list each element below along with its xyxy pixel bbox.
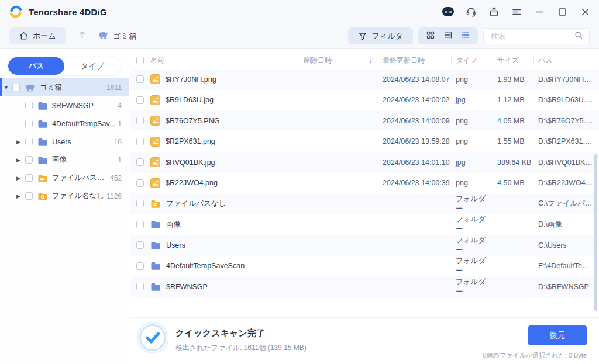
file-type: フォルダー	[451, 194, 493, 214]
column-header-type[interactable]: タイプ	[456, 56, 477, 64]
column-header-modified[interactable]: 最終更新日時	[383, 56, 425, 64]
scan-status-detail: 検出されたファイル: 1611個 (139.15 MB)	[175, 343, 307, 353]
maximize-button[interactable]	[556, 6, 568, 18]
row-checkbox[interactable]	[136, 241, 144, 249]
column-header-size[interactable]: サイズ	[497, 56, 519, 64]
expand-arrow-icon[interactable]: ▼	[4, 85, 12, 91]
table-row[interactable]: $RY7J0NH.png2024/06/23 14:08:07png1.93 M…	[130, 69, 599, 90]
expand-arrow-icon[interactable]: ▶	[16, 175, 25, 181]
tree-checkbox[interactable]	[25, 102, 33, 109]
filter-button[interactable]: フィルタ	[348, 27, 413, 44]
column-header-deleted[interactable]: 削除日時	[304, 56, 332, 65]
row-checkbox[interactable]	[136, 117, 144, 124]
close-button[interactable]	[579, 6, 591, 18]
row-checkbox[interactable]	[136, 262, 144, 270]
tree-item-Users[interactable]: ▶Users16	[0, 133, 129, 151]
tree-item-ゴミ箱[interactable]: ▼ゴミ箱1611	[0, 78, 129, 96]
scan-status-title: クイックスキャン完了	[175, 328, 265, 339]
up-arrow-icon[interactable]	[77, 30, 87, 42]
detail-view-icon[interactable]	[461, 30, 470, 42]
row-checkbox[interactable]	[136, 200, 144, 207]
filter-label: フィルタ	[372, 31, 403, 41]
table-row[interactable]: $R22JWO4.png2024/06/23 14:00:39png4.50 M…	[130, 173, 599, 194]
folder-blue-icon	[37, 101, 48, 110]
table-row[interactable]: $R2PX631.png2024/06/23 13:59:28png1.55 M…	[130, 131, 599, 152]
row-checkbox[interactable]	[136, 75, 144, 83]
table-body: $RY7J0NH.png2024/06/23 14:08:07png1.93 M…	[130, 69, 599, 297]
folder-blue-icon	[150, 282, 161, 292]
restore-button[interactable]: 復元	[528, 325, 587, 345]
headset-icon[interactable]	[465, 6, 477, 18]
tree-checkbox[interactable]	[25, 156, 33, 164]
modified-date: 2024/06/23 13:59:28	[378, 137, 451, 145]
expand-arrow-icon[interactable]: ▶	[16, 193, 25, 199]
table-row[interactable]: $RVQ01BK.jpg2024/06/23 14:01:10jpg389.64…	[130, 152, 599, 173]
row-checkbox[interactable]	[136, 179, 144, 187]
tree-item-4DefaultTempSav...[interactable]: 4DefaultTempSav...1	[0, 115, 129, 133]
tree-checkbox[interactable]	[12, 84, 20, 91]
image-file-icon	[150, 95, 160, 105]
select-all-checkbox[interactable]	[136, 57, 144, 64]
minimize-button[interactable]	[533, 6, 545, 18]
file-type: png	[451, 75, 493, 84]
nav-bar: ホーム ゴミ箱 フィルタ	[0, 23, 599, 49]
column-header-name[interactable]: 名前	[150, 56, 164, 65]
table-row[interactable]: 4DefaultTempSaveScanフォルダーE:\4DefaultTemp…	[130, 256, 599, 277]
sort-icon[interactable]: ↓↑	[369, 57, 373, 64]
row-checkbox[interactable]	[136, 96, 144, 104]
list-view-icon[interactable]	[443, 30, 453, 42]
file-name: 4DefaultTempSaveScan	[166, 262, 245, 270]
grid-view-icon[interactable]	[426, 30, 435, 42]
menu-icon[interactable]	[511, 6, 522, 18]
table-row[interactable]: 画像フォルダーD:\画像	[130, 214, 599, 235]
tree-checkbox[interactable]	[25, 138, 33, 145]
row-checkbox[interactable]	[136, 283, 144, 290]
tree-checkbox[interactable]	[25, 192, 33, 200]
folder-blue-icon	[150, 220, 161, 229]
search-input[interactable]	[490, 32, 574, 41]
search-icon[interactable]	[574, 30, 583, 42]
tree-item-ファイル名なし[interactable]: ▶ファイル名なし1126	[0, 187, 129, 205]
row-checkbox[interactable]	[136, 158, 144, 166]
tree-checkbox[interactable]	[25, 120, 33, 127]
tab-path[interactable]: パス	[8, 57, 64, 75]
tree-checkbox[interactable]	[25, 174, 33, 182]
scan-complete-icon	[136, 321, 169, 356]
table-row[interactable]: ファイルパスなしフォルダーC:\ファイルパス...	[130, 193, 599, 214]
table-row[interactable]: $R76O7Y5.PNG2024/06/23 14:00:09png4.05 M…	[130, 110, 599, 131]
vertical-scrollbar[interactable]	[594, 154, 597, 311]
file-table: 名前 削除日時 ↓↑ 最終更新日時 タイプ サイズ パス $RY7J0NH.pn…	[130, 49, 599, 317]
table-row[interactable]: $RFWNSGPフォルダーD:\$RFWNSGP	[130, 276, 599, 297]
file-name: 画像	[166, 220, 181, 230]
table-row[interactable]: $R9LD63U.jpg2024/06/23 14:00:02jpg1.12 M…	[130, 90, 599, 111]
expand-arrow-icon[interactable]: ▶	[16, 139, 25, 145]
breadcrumb[interactable]: ゴミ箱	[98, 30, 137, 42]
file-path: D:\$RY7J0NH.png	[533, 75, 599, 84]
file-path: D:\$RVQ01BK.jpg	[533, 158, 599, 167]
row-checkbox[interactable]	[136, 221, 144, 228]
file-path: D:\$R9LD63U.jpg	[533, 96, 599, 104]
folder-blue-icon	[150, 241, 161, 250]
file-name: $R22JWO4.png	[166, 179, 218, 187]
tree-item-count: 16	[114, 138, 122, 146]
ai-bot-icon[interactable]	[442, 6, 454, 18]
tree-item-label: 画像	[52, 155, 67, 165]
funnel-icon	[358, 32, 367, 41]
share-icon[interactable]	[488, 6, 500, 18]
table-row[interactable]: UsersフォルダーC:\Users	[130, 235, 599, 256]
tree-item-ファイルパスなし[interactable]: ▶ファイルパスなし452	[0, 169, 129, 187]
expand-arrow-icon[interactable]: ▶	[16, 157, 25, 163]
search-box	[483, 28, 590, 44]
status-bar: クイックスキャン完了 検出されたファイル: 1611個 (139.15 MB) …	[130, 317, 599, 364]
modified-date: 2024/06/23 14:01:10	[378, 158, 451, 167]
tab-type[interactable]: タイプ	[64, 57, 121, 75]
home-button[interactable]: ホーム	[9, 27, 66, 44]
file-type: jpg	[451, 96, 493, 104]
column-header-path[interactable]: パス	[538, 56, 553, 64]
row-checkbox[interactable]	[136, 138, 144, 145]
tree-item-$RFWNSGP[interactable]: $RFWNSGP4	[0, 96, 129, 115]
file-name: ファイルパスなし	[166, 199, 226, 209]
file-name: $RVQ01BK.jpg	[166, 158, 215, 167]
tree-item-画像[interactable]: ▶画像1	[0, 151, 129, 169]
file-type: フォルダー	[451, 235, 493, 255]
